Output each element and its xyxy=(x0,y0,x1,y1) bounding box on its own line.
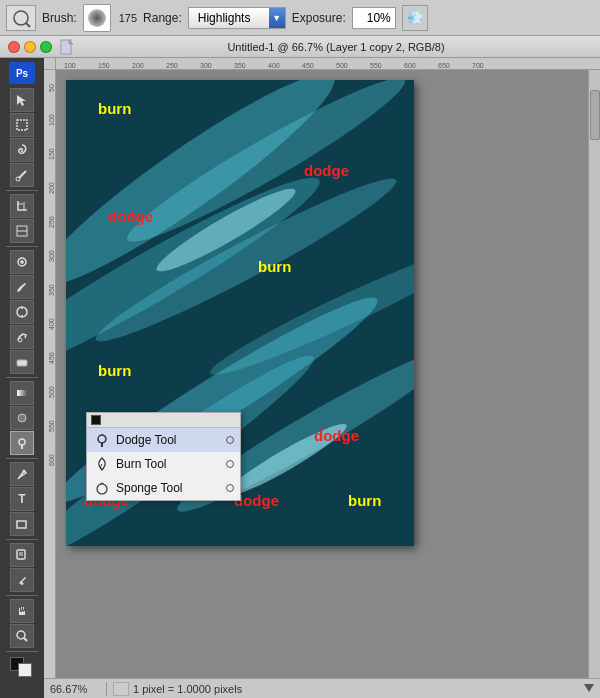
status-info: 1 pixel = 1.0000 pixels xyxy=(133,683,580,695)
menu-item-dodge[interactable]: Dodge Tool xyxy=(87,428,240,452)
status-arrow-icon[interactable] xyxy=(584,684,594,694)
range-wrapper: Highlights Midtones Shadows ▼ xyxy=(188,7,286,29)
svg-rect-5 xyxy=(17,120,27,130)
tool-pen[interactable] xyxy=(10,462,34,486)
dodge-tool-shortcut-dot xyxy=(226,436,234,444)
tool-lasso[interactable] xyxy=(10,138,34,162)
left-toolbar: Ps xyxy=(0,58,44,698)
svg-text:500: 500 xyxy=(336,62,348,69)
photoshop-window: Untitled-1 @ 66.7% (Layer 1 copy 2, RGB/… xyxy=(0,36,600,698)
tool-marquee[interactable] xyxy=(10,113,34,137)
canvas-label-burn-4: burn xyxy=(348,492,381,509)
menu-item-burn-label: Burn Tool xyxy=(116,457,166,471)
svg-rect-23 xyxy=(17,521,26,528)
svg-point-69 xyxy=(97,484,107,494)
tool-magic-wand[interactable] xyxy=(10,163,34,187)
tool-eyedropper[interactable] xyxy=(10,568,34,592)
svg-text:650: 650 xyxy=(438,62,450,69)
svg-line-6 xyxy=(19,171,26,178)
minimize-button[interactable] xyxy=(24,41,36,53)
sponge-tool-shortcut-dot xyxy=(226,484,234,492)
tool-gradient[interactable] xyxy=(10,381,34,405)
tool-history-brush[interactable] xyxy=(10,325,34,349)
svg-text:450: 450 xyxy=(302,62,314,69)
svg-rect-18 xyxy=(17,390,27,396)
maximize-button[interactable] xyxy=(40,41,52,53)
tool-zoom[interactable] xyxy=(10,624,34,648)
vertical-scrollbar[interactable] xyxy=(588,70,600,686)
tool-clone-stamp[interactable] xyxy=(10,300,34,324)
canvas-area[interactable]: 100 150 200 250 300 350 400 450 500 550 … xyxy=(44,58,600,698)
tool-eraser[interactable] xyxy=(10,350,34,374)
svg-text:350: 350 xyxy=(48,284,55,296)
vertical-scroll-thumb[interactable] xyxy=(590,90,600,140)
window-title: Untitled-1 @ 66.7% (Layer 1 copy 2, RGB/… xyxy=(80,41,592,53)
svg-text:150: 150 xyxy=(48,148,55,160)
burn-tool-shortcut-dot xyxy=(226,460,234,468)
status-divider xyxy=(106,682,107,696)
tool-text[interactable]: T xyxy=(10,487,34,511)
tool-slice[interactable] xyxy=(10,219,34,243)
tool-healing[interactable] xyxy=(10,250,34,274)
canvas-label-burn-1: burn xyxy=(98,100,131,117)
ruler-left: 50 100 150 200 250 300 350 400 450 500 5… xyxy=(44,70,56,698)
canvas-label-dodge-2: dodge xyxy=(108,208,153,225)
menu-item-sponge[interactable]: Sponge Tool xyxy=(87,476,240,500)
tool-blur[interactable] xyxy=(10,406,34,430)
brush-label: Brush: xyxy=(42,11,77,25)
svg-point-67 xyxy=(98,435,106,443)
top-toolbar: Brush: 175 Range: Highlights Midtones Sh… xyxy=(0,0,600,36)
burn-tool-menu-icon xyxy=(93,455,111,473)
tool-dodge[interactable] xyxy=(10,431,34,455)
main-area: Ps xyxy=(0,58,600,698)
svg-text:200: 200 xyxy=(48,182,55,194)
svg-text:600: 600 xyxy=(404,62,416,69)
svg-text:250: 250 xyxy=(166,62,178,69)
dodge-tool-icon[interactable] xyxy=(6,5,36,31)
svg-text:550: 550 xyxy=(48,420,55,432)
window-controls xyxy=(8,41,52,53)
exposure-input[interactable] xyxy=(352,7,396,29)
menu-item-dodge-label: Dodge Tool xyxy=(116,433,177,447)
tool-notes[interactable] xyxy=(10,543,34,567)
ps-logo: Ps xyxy=(9,62,35,84)
svg-text:100: 100 xyxy=(64,62,76,69)
brush-preview[interactable] xyxy=(83,4,111,32)
canvas-label-burn-3: burn xyxy=(98,362,131,379)
context-menu-header xyxy=(87,413,240,428)
menu-item-burn[interactable]: Burn Tool xyxy=(87,452,240,476)
dropdown-arrow-icon: ▼ xyxy=(269,8,285,28)
ps-titlebar: Untitled-1 @ 66.7% (Layer 1 copy 2, RGB/… xyxy=(0,36,600,58)
range-label: Range: xyxy=(143,11,182,25)
svg-text:700: 700 xyxy=(472,62,484,69)
context-menu: Dodge Tool Burn Tool Sponge Tool xyxy=(86,412,241,501)
svg-text:100: 100 xyxy=(48,114,55,126)
svg-point-7 xyxy=(16,177,20,181)
svg-point-0 xyxy=(14,11,28,25)
color-swatches[interactable] xyxy=(10,657,34,679)
tool-brush[interactable] xyxy=(10,275,34,299)
sponge-tool-menu-icon xyxy=(93,479,111,497)
tool-hand[interactable] xyxy=(10,599,34,623)
ruler-top: 100 150 200 250 300 350 400 450 500 550 … xyxy=(56,58,600,70)
dodge-tool-menu-icon xyxy=(93,431,111,449)
airbrush-button[interactable]: 💨 xyxy=(402,5,428,31)
brush-size: 175 xyxy=(119,12,137,24)
tool-arrow[interactable] xyxy=(10,88,34,112)
svg-text:250: 250 xyxy=(48,216,55,228)
svg-line-28 xyxy=(24,638,27,641)
svg-text:400: 400 xyxy=(48,318,55,330)
ruler-corner xyxy=(44,58,56,70)
svg-point-19 xyxy=(18,414,26,422)
svg-text:300: 300 xyxy=(48,250,55,262)
canvas-label-dodge-3: dodge xyxy=(314,427,359,444)
svg-point-27 xyxy=(17,631,25,639)
svg-text:600: 600 xyxy=(48,454,55,466)
svg-text:450: 450 xyxy=(48,352,55,364)
svg-text:350: 350 xyxy=(234,62,246,69)
canvas-label-dodge-1: dodge xyxy=(304,162,349,179)
close-button[interactable] xyxy=(8,41,20,53)
tool-shape[interactable] xyxy=(10,512,34,536)
tool-crop[interactable] xyxy=(10,194,34,218)
svg-rect-17 xyxy=(17,360,27,366)
